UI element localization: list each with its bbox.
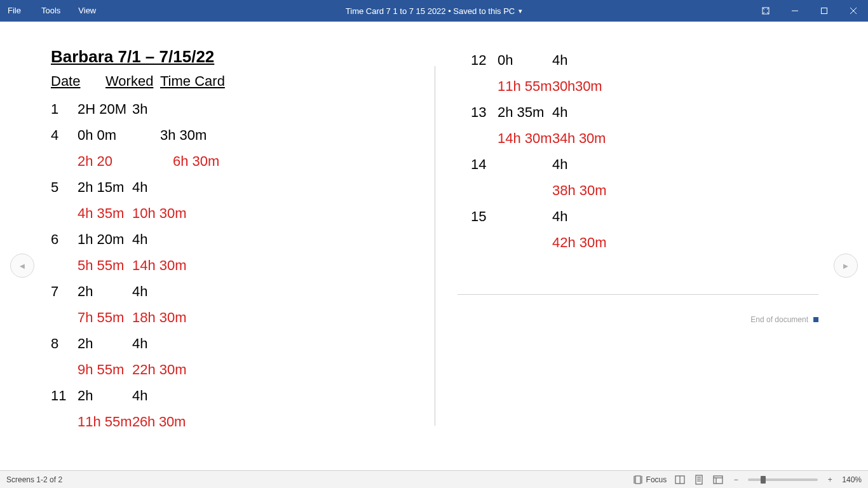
cell-timecard-total: 30h30m [552,73,602,99]
cell-timecard: 4h [552,151,567,177]
focus-mode-button[interactable]: Focus [632,474,667,485]
running-total-row: 4h 35m10h 30m [51,200,448,226]
cell-date: 4 [51,122,78,148]
menu-file[interactable]: File [0,0,32,22]
cell-worked-total: 2h 20 [78,148,173,174]
entry-row: 61h 20m4h [51,226,448,252]
zoom-out-button[interactable]: − [731,475,740,484]
entry-row: 52h 15m4h [51,174,448,200]
minimize-button[interactable] [780,0,810,22]
svg-rect-18 [714,476,722,484]
cell-timecard-total: 42h 30m [552,229,607,255]
cell-worked-total [498,229,552,255]
running-total-row: 38h 30m [471,177,868,203]
zoom-level[interactable]: 140% [842,475,862,484]
cell-timecard-total: 18h 30m [132,304,187,330]
window-title-text: Time Card 7 1 to 7 15 2022 • Saved to th… [346,6,515,16]
cell-worked-total: 5h 55m [78,252,132,278]
zoom-in-button[interactable]: + [825,475,834,484]
menu-bar: File Tools View [0,0,105,22]
document-body[interactable]: Barbara 7/1 – 7/15/22 Date Worked Time C… [0,22,868,470]
menu-view[interactable]: View [69,0,105,22]
chevron-down-icon: ▾ [519,7,522,15]
running-total-row: 42h 30m [471,229,868,255]
svg-rect-14 [696,475,702,484]
focus-icon [632,474,644,485]
cell-timecard-total: 6h 30m [173,148,219,174]
cell-worked-total: 11h 55m [78,409,132,435]
status-screens[interactable]: Screens 1-2 of 2 [6,475,632,484]
entry-row: 154h [471,203,868,229]
entry-row: 72h4h [51,278,448,304]
focus-label: Focus [646,475,667,484]
full-screen-button[interactable] [751,0,780,22]
cell-date: 12 [471,47,498,73]
print-layout-button[interactable] [693,474,705,485]
column-separator [435,66,435,426]
cell-date: 6 [51,226,78,252]
page-2: 120h4h11h 55m30h30m132h 35m4h14h 30m34h … [448,22,868,470]
titlebar: File Tools View Time Card 7 1 to 7 15 20… [0,0,868,22]
close-button[interactable] [839,0,868,22]
cell-date: 14 [471,151,498,177]
cell-date: 1 [51,96,78,122]
table-headers: Date Worked Time Card [51,73,448,90]
cell-timecard-total: 26h 30m [132,409,186,435]
header-date: Date [51,73,105,90]
running-total-row: 5h 55m14h 30m [51,252,448,278]
cell-worked: 2h [78,383,132,409]
end-of-document-marker: End of document [750,315,818,324]
cell-timecard-total: 14h 30m [132,252,187,278]
cell-worked [498,151,552,177]
header-timecard: Time Card [160,73,225,90]
running-total-row: 14h 30m34h 30m [471,125,868,151]
end-square-icon [813,317,818,322]
cell-timecard: 4h [552,47,567,73]
document-area: ◄ ► Barbara 7/1 – 7/15/22 Date Worked Ti… [0,22,868,470]
cell-worked: 2h 15m [78,174,132,200]
read-mode-button[interactable] [674,474,686,485]
zoom-slider-thumb[interactable] [761,476,766,484]
cell-worked: 0h 0m [78,122,160,148]
cell-timecard-total: 34h 30m [552,125,606,151]
cell-worked: 2H 20M [78,96,132,122]
cell-timecard: 4h [132,226,147,252]
cell-worked: 2h [78,330,132,356]
cell-timecard: 4h [132,174,147,200]
entry-row: 40h 0m3h 30m [51,122,448,148]
maximize-button[interactable] [810,0,839,22]
running-total-row: 11h 55m26h 30m [51,409,448,435]
entry-row: 132h 35m4h [471,99,868,125]
cell-timecard-total: 38h 30m [552,177,607,203]
cell-date: 5 [51,174,78,200]
svg-rect-9 [635,476,641,484]
cell-worked-total [498,177,552,203]
menu-tools[interactable]: Tools [32,0,69,22]
window-title[interactable]: Time Card 7 1 to 7 15 2022 • Saved to th… [346,6,522,16]
cell-timecard: 4h [552,99,567,125]
cell-timecard-total: 22h 30m [132,356,187,383]
header-worked: Worked [105,73,160,90]
cell-worked: 1h 20m [78,226,132,252]
running-total-row: 9h 55m22h 30m [51,356,448,383]
entry-row: 120h4h [471,47,868,73]
cell-worked: 0h [498,47,552,73]
cell-worked-total: 4h 35m [78,200,132,226]
cell-worked [498,203,552,229]
running-total-row: 7h 55m18h 30m [51,304,448,330]
document-heading: Barbara 7/1 – 7/15/22 [51,47,448,67]
cell-timecard-total: 10h 30m [132,200,187,226]
cell-worked: 2h [78,278,132,304]
web-layout-button[interactable] [712,474,724,485]
cell-date: 11 [51,383,78,409]
cell-timecard: 4h [552,203,567,229]
zoom-slider[interactable] [748,478,818,481]
running-total-row: 2h 206h 30m [51,148,448,174]
cell-worked-total: 9h 55m [78,356,132,383]
cell-timecard: 4h [132,330,147,356]
entry-row: 112h4h [51,383,448,409]
cell-date: 7 [51,278,78,304]
entry-row: 144h [471,151,868,177]
entry-row: 12H 20M3h [51,96,448,122]
svg-rect-6 [822,8,827,14]
